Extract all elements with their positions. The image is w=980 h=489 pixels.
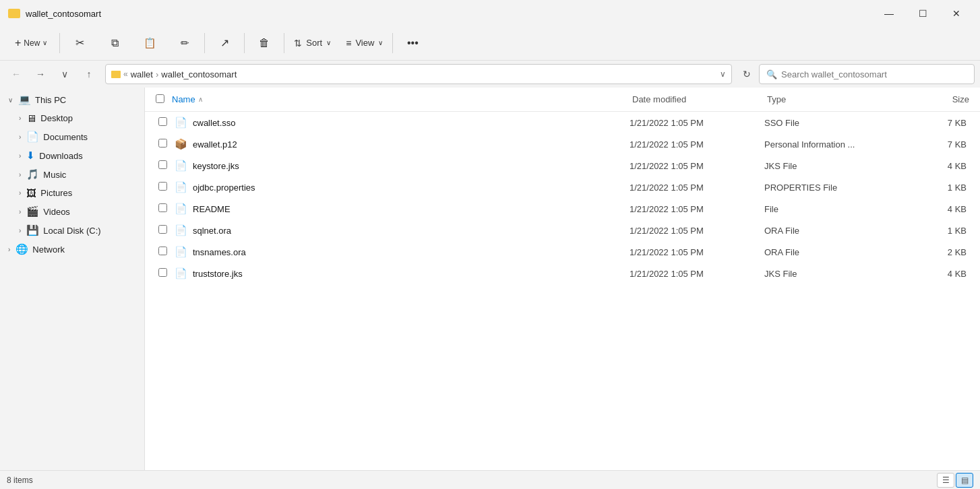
column-header-type[interactable]: Type [767,94,902,104]
sidebar-item-local-disk[interactable]: › 💾 Local Disk (C:) [3,221,142,240]
music-label: Music [43,170,135,180]
file-list-header: Name ∧ Date modified Type Size [145,88,980,112]
maximize-button[interactable]: ☐ [907,3,938,24]
file-size: 4 KB [899,161,967,171]
file-name: sqlnet.ora [193,226,231,236]
file-date: 1/21/2022 1:05 PM [630,161,764,171]
forward-button[interactable]: → [30,65,51,84]
nav-bar: ← → ∨ ↑ « wallet › wallet_contosomart ∨ … [0,61,980,88]
pictures-label: Pictures [40,188,135,198]
sidebar-item-desktop[interactable]: › 🖥 Desktop [3,109,142,127]
cut-button[interactable]: ✂ [63,28,96,58]
file-type-icon: 📄 [175,203,187,215]
dropdown-button[interactable]: ∨ [54,65,75,84]
sidebar-item-music[interactable]: › 🎵 Music [3,165,142,184]
sidebar-item-network[interactable]: › 🌐 Network [3,240,142,259]
row-select-checkbox[interactable] [158,160,167,169]
downloads-chevron: › [19,152,21,160]
table-row[interactable]: 📄 tnsnames.ora 1/21/2022 1:05 PM ORA Fil… [148,241,977,263]
search-bar[interactable]: 🔍 [759,64,975,84]
row-select-checkbox[interactable] [158,225,167,234]
toolbar-sep-2 [204,33,205,53]
view-mode-buttons: ☰ ▤ [937,473,973,488]
table-row[interactable]: 📄 keystore.jks 1/21/2022 1:05 PM JKS Fil… [148,155,977,176]
table-row[interactable]: 📄 truststore.jks 1/21/2022 1:05 PM JKS F… [148,263,977,284]
file-type-icon: 📄 [175,267,187,280]
row-checkbox[interactable] [158,160,175,171]
sidebar-item-videos[interactable]: › 🎬 Videos [3,202,142,221]
file-size: 4 KB [899,269,967,279]
row-select-checkbox[interactable] [158,203,167,212]
breadcrumb-folder[interactable]: wallet [131,69,153,79]
file-type-icon: 📄 [175,117,187,129]
desktop-icon: 🖥 [26,112,36,124]
back-icon: ← [11,69,21,79]
table-row[interactable]: 📦 ewallet.p12 1/21/2022 1:05 PM Personal… [148,133,977,155]
new-button[interactable]: + New ∨ [5,28,57,58]
search-icon: 🔍 [766,69,777,79]
row-checkbox[interactable] [158,247,175,257]
this-pc-label: This PC [35,95,135,105]
row-checkbox[interactable] [158,117,175,128]
local-disk-label: Local Disk (C:) [43,226,135,236]
minimize-button[interactable]: — [874,3,905,24]
row-checkbox[interactable] [158,182,175,193]
file-date: 1/21/2022 1:05 PM [630,139,764,150]
row-checkbox[interactable] [158,203,175,214]
row-select-checkbox[interactable] [158,117,167,126]
delete-button[interactable]: 🗑 [247,28,281,58]
column-header-date[interactable]: Date modified [632,94,767,104]
toolbar-sep-4 [284,33,284,53]
up-button[interactable]: ↑ [78,65,100,84]
videos-chevron: › [19,208,21,216]
select-all-checkbox[interactable] [156,94,164,103]
file-type: ORA File [764,247,899,257]
view-icon: ≡ [346,38,351,48]
sidebar-item-documents[interactable]: › 📄 Documents [3,127,142,146]
table-row[interactable]: 📄 README 1/21/2022 1:05 PM File 4 KB [148,198,977,220]
column-header-size[interactable]: Size [902,94,969,104]
table-row[interactable]: 📄 sqlnet.ora 1/21/2022 1:05 PM ORA File … [148,220,977,241]
share-button[interactable]: ↗ [208,28,241,58]
table-row[interactable]: 📄 cwallet.sso 1/21/2022 1:05 PM SSO File… [148,112,977,133]
row-select-checkbox[interactable] [158,268,167,277]
list-view-button[interactable]: ☰ [937,473,954,488]
sidebar-item-pictures[interactable]: › 🖼 Pictures [3,184,142,202]
row-select-checkbox[interactable] [158,139,167,148]
address-bar[interactable]: « wallet › wallet_contosomart ∨ [105,64,732,84]
file-type: ORA File [764,226,899,236]
column-header-name[interactable]: Name ∧ [172,94,632,104]
share-icon: ↗ [220,38,229,48]
copy-button[interactable]: ⧉ [98,28,131,58]
rename-button[interactable]: ✏ [168,28,202,58]
file-name: ewallet.p12 [193,139,237,150]
row-select-checkbox[interactable] [158,182,167,191]
header-checkbox[interactable] [156,94,172,105]
downloads-label: Downloads [39,151,135,161]
music-icon: 🎵 [26,168,39,181]
row-checkbox[interactable] [158,139,175,150]
paste-button[interactable]: 📋 [133,28,166,58]
row-checkbox[interactable] [158,225,175,236]
title-bar-left: wallet_contosomart [8,9,101,19]
more-button[interactable]: ••• [396,28,429,58]
search-input[interactable] [781,69,967,79]
table-row[interactable]: 📄 ojdbc.properties 1/21/2022 1:05 PM PRO… [148,176,977,198]
sidebar-item-this-pc[interactable]: ∨ 💻 This PC [3,90,142,109]
view-button[interactable]: ≡ View ∨ [339,28,390,58]
refresh-icon: ↻ [743,69,751,79]
detail-view-button[interactable]: ▤ [956,473,973,488]
row-checkbox[interactable] [158,268,175,279]
title-bar: wallet_contosomart — ☐ ✕ [0,0,980,26]
refresh-button[interactable]: ↻ [737,65,756,84]
file-size: 1 KB [899,183,967,193]
address-chevron[interactable]: ∨ [720,69,726,79]
paste-icon: 📋 [144,38,156,48]
close-button[interactable]: ✕ [941,3,972,24]
sort-button[interactable]: ⇅ Sort ∨ [287,28,338,58]
file-type: PROPERTIES File [764,183,899,193]
address-folder-icon [111,71,121,78]
sidebar-item-downloads[interactable]: › ⬇ Downloads [3,146,142,165]
row-select-checkbox[interactable] [158,247,167,255]
back-button[interactable]: ← [5,65,27,84]
